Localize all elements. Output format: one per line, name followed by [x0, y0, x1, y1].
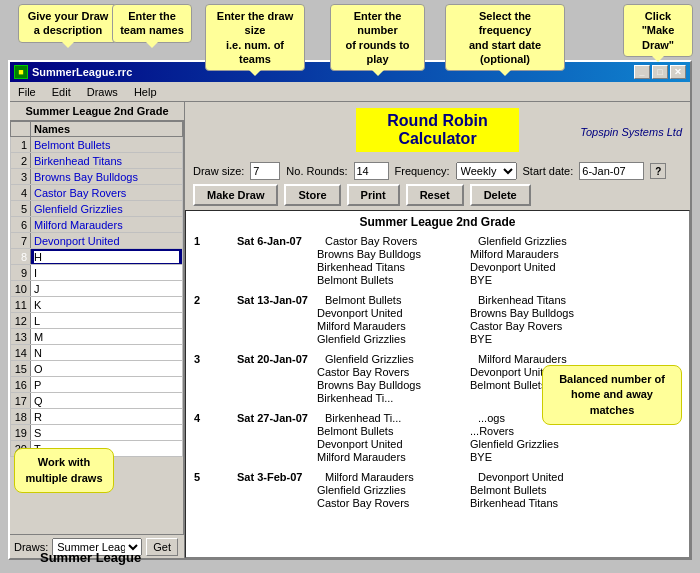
tooltip-team-names: Enter theteam names	[112, 4, 192, 43]
team-away: ...Rovers	[470, 425, 514, 437]
team-away: Birkenhead Titans	[478, 294, 566, 306]
team-home: Birkenhead Ti...	[317, 392, 462, 404]
menu-file[interactable]: File	[14, 84, 40, 100]
right-top-section: Round Robin Calculator Topspin Systems L…	[185, 102, 690, 210]
store-button[interactable]: Store	[284, 184, 340, 206]
match-row: Milford MaraudersCastor Bay Rovers	[194, 320, 681, 332]
start-date-input[interactable]	[579, 162, 644, 180]
draw-size-input[interactable]	[250, 162, 280, 180]
team-home: Glenfield Grizzlies	[325, 353, 470, 365]
team-name-cell[interactable]: R	[31, 409, 183, 425]
row-spacer	[194, 484, 309, 496]
team-name-input[interactable]	[34, 251, 179, 263]
team-away: Devonport United	[478, 471, 564, 483]
team-name-cell[interactable]: N	[31, 345, 183, 361]
row-number: 4	[11, 185, 31, 201]
team-name-cell[interactable]: S	[31, 425, 183, 441]
team-name-cell[interactable]: Belmont Bullets	[31, 137, 183, 153]
right-panel: Round Robin Calculator Topspin Systems L…	[185, 102, 690, 558]
help-button[interactable]: ?	[650, 163, 666, 179]
match-row: Glenfield GrizzliesBelmont Bullets	[194, 484, 681, 496]
row-number: 17	[11, 393, 31, 409]
col-num-header	[11, 122, 31, 137]
team-away: Castor Bay Rovers	[470, 320, 562, 332]
table-row: 18R	[11, 409, 183, 425]
freq-label: Frequency:	[395, 165, 450, 177]
team-away: Belmont Bullets	[470, 484, 546, 496]
controls-row: Draw size: No. Rounds: Frequency: Weekly…	[193, 162, 682, 180]
col-names-header: Names	[31, 122, 183, 137]
team-name-cell[interactable]: O	[31, 361, 183, 377]
menu-edit[interactable]: Edit	[48, 84, 75, 100]
table-row: 7Devonport United	[11, 233, 183, 249]
team-name-cell[interactable]: Birkenhead Titans	[31, 153, 183, 169]
row-number: 19	[11, 425, 31, 441]
team-name-cell[interactable]: I	[31, 265, 183, 281]
row-spacer	[194, 425, 309, 437]
left-panel-title: Summer League 2nd Grade	[10, 102, 184, 121]
get-button[interactable]: Get	[146, 538, 178, 556]
team-home: Milford Marauders	[317, 320, 462, 332]
team-name-cell[interactable]: Castor Bay Rovers	[31, 185, 183, 201]
match-row: Devonport UnitedGlenfield Grizzlies	[194, 438, 681, 450]
draw-size-label: Draw size:	[193, 165, 244, 177]
match-row: 5Sat 3-Feb-07Milford MaraudersDevonport …	[194, 471, 681, 483]
summer-league-label: Summer League	[40, 550, 141, 565]
row-number: 18	[11, 409, 31, 425]
round-number: 1	[194, 235, 229, 247]
team-away: ...ogs	[478, 412, 505, 424]
reset-button[interactable]: Reset	[406, 184, 464, 206]
schedule-title: Summer League 2nd Grade	[194, 215, 681, 229]
row-number: 16	[11, 377, 31, 393]
team-home: Devonport United	[317, 307, 462, 319]
table-row: 17Q	[11, 393, 183, 409]
team-name-cell[interactable]: Q	[31, 393, 183, 409]
round-date: Sat 6-Jan-07	[237, 235, 317, 247]
row-spacer	[194, 307, 309, 319]
row-number: 15	[11, 361, 31, 377]
table-row: 1Belmont Bullets	[11, 137, 183, 153]
team-name-cell[interactable]: L	[31, 313, 183, 329]
team-name-cell[interactable]: P	[31, 377, 183, 393]
team-name-cell[interactable]: Devonport United	[31, 233, 183, 249]
team-name-cell[interactable]: J	[31, 281, 183, 297]
team-home: Glenfield Grizzlies	[317, 484, 462, 496]
window-title: SummerLeague.rrc	[32, 66, 132, 78]
row-spacer	[194, 438, 309, 450]
delete-button[interactable]: Delete	[470, 184, 531, 206]
row-spacer	[194, 261, 309, 273]
rounds-input[interactable]	[354, 162, 389, 180]
print-button[interactable]: Print	[347, 184, 400, 206]
match-row: Birkenhead TitansDevonport United	[194, 261, 681, 273]
team-home: Castor Bay Rovers	[325, 235, 470, 247]
menu-help[interactable]: Help	[130, 84, 161, 100]
round-date: Sat 27-Jan-07	[237, 412, 317, 424]
match-row: Browns Bay BulldogsMilford Marauders	[194, 248, 681, 260]
team-home: Belmont Bullets	[317, 425, 462, 437]
match-row: 3Sat 20-Jan-07Glenfield GrizzliesMilford…	[194, 353, 681, 365]
action-buttons: Make Draw Store Print Reset Delete	[193, 184, 682, 206]
team-home: Birkenhead Titans	[317, 261, 462, 273]
start-label: Start date:	[523, 165, 574, 177]
freq-select[interactable]: Weekly Daily Monthly	[456, 162, 517, 180]
table-row: 19S	[11, 425, 183, 441]
close-btn[interactable]: ✕	[670, 65, 686, 79]
row-number: 13	[11, 329, 31, 345]
rounds-label: No. Rounds:	[286, 165, 347, 177]
team-home: Browns Bay Bulldogs	[317, 248, 462, 260]
team-name-cell[interactable]: Glenfield Grizzlies	[31, 201, 183, 217]
team-name-cell[interactable]: K	[31, 297, 183, 313]
make-draw-button[interactable]: Make Draw	[193, 184, 278, 206]
team-home: Glenfield Grizzlies	[317, 333, 462, 345]
table-row: 9I	[11, 265, 183, 281]
menu-draws[interactable]: Draws	[83, 84, 122, 100]
table-row: 11K	[11, 297, 183, 313]
team-name-cell[interactable]: Browns Bay Bulldogs	[31, 169, 183, 185]
team-home: Browns Bay Bulldogs	[317, 379, 462, 391]
team-name-cell[interactable]	[31, 249, 183, 265]
team-name-cell[interactable]: M	[31, 329, 183, 345]
team-name-cell[interactable]: Milford Marauders	[31, 217, 183, 233]
table-row: 3Browns Bay Bulldogs	[11, 169, 183, 185]
minimize-btn[interactable]: _	[634, 65, 650, 79]
row-spacer	[194, 366, 309, 378]
